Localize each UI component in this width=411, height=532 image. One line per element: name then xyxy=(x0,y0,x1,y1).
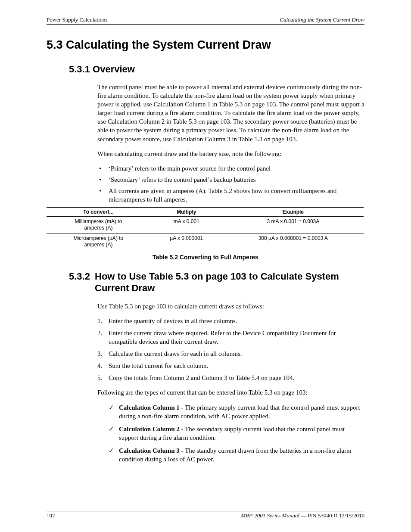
section-5-3-2-body: Use Table 5.3 on page 103 to calculate c… xyxy=(97,302,364,464)
bullet-item: ‘Primary’ refers to the main power sourc… xyxy=(97,164,364,173)
table-cell: 3 mA x 0.001 = 0.003A xyxy=(223,217,364,233)
step-item: Sum the total current for each column. xyxy=(97,361,364,370)
section-number: 5.3.2 xyxy=(69,271,95,283)
running-header: Power Supply Calculations Calculating th… xyxy=(47,16,364,23)
section-title-5-3: 5.3 Calculating the System Current Draw xyxy=(47,38,364,52)
section-title-5-3-2: 5.3.2How to Use Table 5.3 on page 103 to… xyxy=(69,271,364,294)
table-cell: Microamperes (µA) to amperes (A) xyxy=(47,233,150,250)
step-item: Copy the totals from Column 2 and Column… xyxy=(97,373,364,382)
footer-doc-info: MRP-2001 Series Manual — P/N 53040:D 12/… xyxy=(241,512,364,519)
header-left: Power Supply Calculations xyxy=(47,16,108,23)
check-item: Calculation Column 2 - The secondary sup… xyxy=(109,425,364,442)
table-cell: 300 µA x 0.000001 = 0.0003 A xyxy=(223,233,364,250)
check-item: Calculation Column 1 - The primary suppl… xyxy=(109,403,364,420)
sub2-para-1: Use Table 5.3 on page 103 to calculate c… xyxy=(97,302,364,311)
check-item: Calculation Column 3 - The standby curre… xyxy=(109,446,364,464)
footer-rule xyxy=(47,511,364,511)
bullet-item: All currents are given in amperes (A). T… xyxy=(97,187,364,204)
table-header: Multiply xyxy=(150,208,223,217)
table-cell: mA x 0.001 xyxy=(150,217,223,233)
step-item: Calculate the current draws for each in … xyxy=(97,349,364,358)
page-number: 102 xyxy=(47,512,55,519)
check-label: Calculation Column 3 xyxy=(119,447,180,454)
table-cell: µA x 0.000001 xyxy=(150,233,223,250)
checks-list: Calculation Column 1 - The primary suppl… xyxy=(109,403,364,464)
section-title-5-3-1: 5.3.1 Overview xyxy=(69,64,364,75)
overview-para-1: The control panel must be able to power … xyxy=(97,83,364,143)
section-heading-text: How to Use Table 5.3 on page 103 to Calc… xyxy=(95,271,353,294)
steps-list: Enter the quantity of devices in all thr… xyxy=(97,317,364,383)
overview-bullets: ‘Primary’ refers to the main power sourc… xyxy=(97,164,364,204)
footer-doc-title: MRP-2001 Series Manual xyxy=(241,512,299,519)
step-item: Enter the quantity of devices in all thr… xyxy=(97,317,364,325)
bullet-item: ‘Secondary’ refers to the control panel’… xyxy=(97,175,364,184)
overview-para-2: When calculating current draw and the ba… xyxy=(97,149,364,158)
header-rule xyxy=(47,24,364,25)
table-5-2-caption: Table 5.2 Converting to Full Amperes xyxy=(47,254,364,261)
running-footer: 102 MRP-2001 Series Manual — P/N 53040:D… xyxy=(47,511,364,519)
section-5-3-1-body: The control panel must be able to power … xyxy=(97,83,364,204)
table-5-2: To convert... Multiply Example Milliampe… xyxy=(47,207,364,250)
footer-pn: P/N 53040:D 12/15/2010 xyxy=(308,512,364,519)
check-label: Calculation Column 1 xyxy=(119,404,180,411)
header-right: Calculating the System Current Draw xyxy=(280,16,364,23)
table-cell: Milliamperes (mA) to amperes (A) xyxy=(47,217,150,233)
step-item: Enter the current draw where required. R… xyxy=(97,329,364,346)
table-header: To convert... xyxy=(47,208,150,217)
table-header: Example xyxy=(223,208,364,217)
check-label: Calculation Column 2 xyxy=(119,426,180,432)
sub2-para-2: Following are the types of current that … xyxy=(97,388,364,397)
